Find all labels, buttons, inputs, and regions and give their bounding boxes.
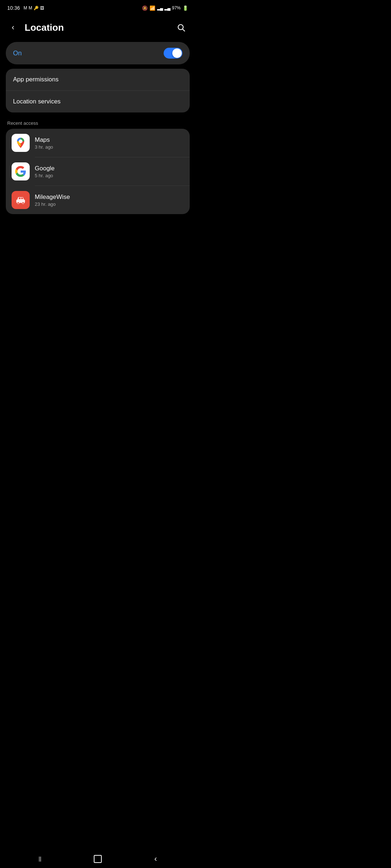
maps-app-icon — [12, 134, 30, 152]
status-mail-icon-1: M — [24, 5, 27, 10]
maps-app-info: Maps 3 hr. ago — [35, 136, 184, 150]
back-button[interactable]: ‹ — [6, 20, 20, 35]
svg-line-1 — [183, 29, 185, 31]
status-time-and-icons: 10:36 M M 🔑 🖼 — [7, 5, 44, 11]
svg-rect-7 — [21, 197, 23, 199]
recent-apps-card: Maps 3 hr. ago Google 5 hr. ago — [6, 129, 190, 214]
mileagewise-app-name: MileageWise — [35, 193, 184, 201]
maps-app-name: Maps — [35, 136, 184, 144]
maps-app-item[interactable]: Maps 3 hr. ago — [6, 129, 190, 157]
status-bar: 10:36 M M 🔑 🖼 🔕 📶 ▂▄ ▂▄ 97% 🔋 — [0, 0, 196, 14]
settings-card: App permissions Location services — [6, 69, 190, 112]
status-wifi-icon: 📶 — [150, 5, 155, 11]
status-key-icon: 🔑 — [34, 6, 39, 10]
app-permissions-label: App permissions — [13, 76, 59, 83]
svg-point-5 — [22, 202, 24, 204]
location-toggle-switch[interactable] — [164, 48, 182, 59]
app-permissions-item[interactable]: App permissions — [6, 69, 190, 90]
mileagewise-app-info: MileageWise 23 hr. ago — [35, 193, 184, 207]
status-image-icon: 🖼 — [40, 6, 44, 10]
mileagewise-icon-svg — [15, 194, 26, 206]
search-icon — [177, 23, 185, 32]
svg-point-4 — [17, 202, 19, 204]
status-signal2-icon: ▂▄ — [164, 5, 170, 10]
status-right-icons: 🔕 📶 ▂▄ ▂▄ 97% 🔋 — [142, 5, 188, 11]
mileagewise-app-icon — [12, 191, 30, 209]
maps-app-time: 3 hr. ago — [35, 144, 184, 150]
recent-access-section-label: Recent access — [0, 117, 196, 129]
location-services-label: Location services — [13, 98, 60, 105]
svg-point-2 — [19, 140, 22, 143]
mileagewise-app-item[interactable]: MileageWise 23 hr. ago — [6, 186, 190, 214]
google-app-time: 5 hr. ago — [35, 173, 184, 178]
header-left: ‹ Location — [6, 20, 64, 35]
google-app-info: Google 5 hr. ago — [35, 165, 184, 178]
status-mute-icon: 🔕 — [142, 5, 148, 11]
back-icon: ‹ — [12, 23, 14, 32]
status-battery-icon: 🔋 — [182, 5, 188, 11]
search-button[interactable] — [174, 20, 188, 35]
google-icon-svg — [15, 166, 26, 177]
google-app-item[interactable]: Google 5 hr. ago — [6, 157, 190, 186]
google-app-icon — [12, 162, 30, 180]
location-toggle-row[interactable]: On — [6, 42, 190, 64]
toggle-label: On — [13, 50, 22, 57]
page-title: Location — [25, 22, 64, 33]
status-time: 10:36 — [7, 5, 20, 11]
status-signal-icon: ▂▄ — [157, 5, 163, 10]
page-header: ‹ Location — [0, 14, 196, 41]
mileagewise-app-time: 23 hr. ago — [35, 201, 184, 207]
toggle-knob — [172, 48, 182, 58]
status-battery-text: 97% — [172, 5, 181, 10]
status-mail-icon-2: M — [29, 5, 32, 10]
location-services-item[interactable]: Location services — [6, 91, 190, 112]
svg-rect-6 — [19, 197, 21, 199]
google-app-name: Google — [35, 165, 184, 172]
maps-icon-svg — [14, 137, 27, 149]
